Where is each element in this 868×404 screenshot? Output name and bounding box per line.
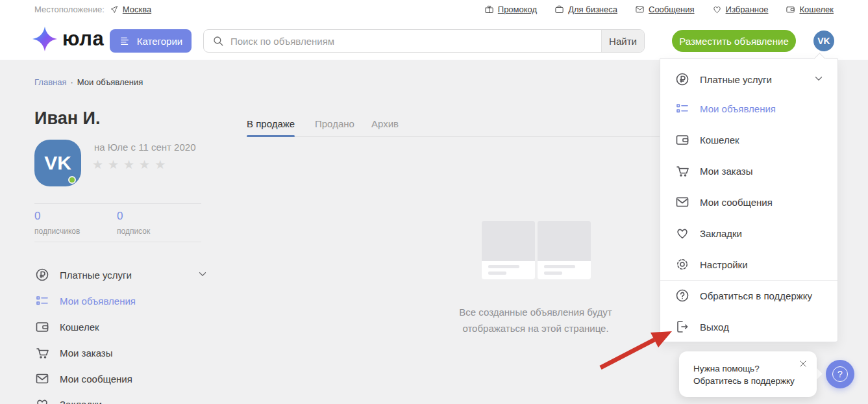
user-avatar[interactable]: VK bbox=[813, 31, 834, 51]
envelope-icon bbox=[34, 371, 50, 386]
help-floating-button[interactable]: ? bbox=[826, 360, 854, 388]
help-line2: Обратитесь в поддержку bbox=[693, 375, 795, 387]
tabs-bottom-border bbox=[247, 136, 660, 137]
categories-button[interactable]: Категории bbox=[110, 29, 192, 53]
search-submit-button[interactable]: Найти bbox=[601, 29, 644, 53]
following-stat[interactable]: 0 подписок bbox=[117, 210, 150, 236]
breadcrumb-separator: · bbox=[70, 77, 73, 87]
for-business-link[interactable]: Для бизнеса bbox=[554, 5, 617, 14]
promo-code-link[interactable]: Промокод bbox=[484, 5, 537, 14]
sidebar-item-bookmarks[interactable]: Закладки bbox=[34, 396, 102, 404]
dropdown-item-support[interactable]: Обратиться в поддержку bbox=[675, 288, 824, 303]
briefcase-icon bbox=[554, 5, 564, 14]
help-line1: Нужна помощь? bbox=[693, 362, 795, 375]
wallet-icon bbox=[34, 319, 50, 335]
dropdown-item-paid-services[interactable]: Платные услуги bbox=[675, 71, 825, 87]
divider bbox=[34, 242, 201, 242]
rating-stars: ★★★★★ bbox=[92, 157, 170, 172]
active-tab-underline bbox=[247, 135, 295, 137]
dropdown-item-logout[interactable]: Выход bbox=[675, 319, 824, 335]
placeholder-card bbox=[482, 221, 535, 279]
search-input[interactable] bbox=[230, 36, 601, 47]
divider bbox=[34, 203, 201, 204]
profile-name: Иван И. bbox=[34, 108, 100, 129]
listings-icon bbox=[675, 101, 690, 116]
sidebar-item-my-listings[interactable]: Мои объявления bbox=[34, 293, 136, 309]
yula-star-icon bbox=[32, 27, 57, 51]
gift-icon bbox=[484, 5, 494, 14]
help-tooltip: Нужна помощь? Обратитесь в поддержку bbox=[679, 351, 817, 397]
tab-archive[interactable]: Архив bbox=[371, 118, 399, 129]
user-dropdown-menu: Платные услуги Мои объявления Кошелек Мо… bbox=[660, 58, 838, 342]
following-count: 0 bbox=[117, 210, 150, 223]
dropdown-item-bookmarks[interactable]: Закладки bbox=[675, 225, 824, 241]
breadcrumb: Главная · Мои объявления bbox=[34, 77, 143, 87]
categories-menu-icon bbox=[119, 36, 130, 46]
question-icon bbox=[675, 288, 690, 303]
member-since: на Юле с 11 сент 2020 bbox=[94, 142, 195, 153]
location-block: Местоположение: Москва bbox=[34, 5, 151, 14]
ruble-icon bbox=[675, 71, 690, 87]
heart-icon bbox=[712, 5, 722, 14]
wallet-icon bbox=[786, 5, 795, 14]
followers-label: подписчиков bbox=[34, 227, 80, 236]
envelope-icon bbox=[675, 194, 690, 210]
dropdown-item-my-messages[interactable]: Мои сообщения bbox=[675, 194, 824, 210]
sidebar-item-wallet[interactable]: Кошелек bbox=[34, 319, 99, 335]
gear-icon bbox=[675, 257, 690, 272]
logo-text: юла bbox=[62, 27, 104, 51]
dropdown-item-settings[interactable]: Настройки bbox=[675, 257, 824, 272]
cart-icon bbox=[675, 163, 690, 179]
placeholder-card bbox=[538, 221, 591, 279]
sidebar-item-my-messages[interactable]: Мои сообщения bbox=[34, 371, 132, 386]
location-pin-icon bbox=[109, 5, 118, 14]
empty-state-text: Все созданные объявления будут отображат… bbox=[425, 304, 646, 336]
dropdown-divider bbox=[660, 280, 837, 281]
wallet-link[interactable]: Кошелек bbox=[786, 5, 834, 14]
dropdown-item-my-listings[interactable]: Мои объявления bbox=[675, 101, 824, 116]
breadcrumb-current: Мои объявления bbox=[77, 77, 143, 87]
followers-stat[interactable]: 0 подписчиков bbox=[34, 210, 80, 236]
listings-icon bbox=[34, 293, 50, 309]
tab-for-sale[interactable]: В продаже bbox=[247, 118, 295, 129]
location-label: Местоположение: bbox=[34, 5, 105, 14]
chevron-down-icon bbox=[197, 268, 208, 282]
logout-icon bbox=[675, 319, 690, 335]
envelope-icon bbox=[635, 5, 645, 14]
search-bar: Найти bbox=[203, 29, 645, 53]
search-icon bbox=[204, 35, 230, 47]
ruble-icon bbox=[34, 267, 50, 283]
sidebar-item-paid-services[interactable]: Платные услуги bbox=[34, 267, 208, 283]
heart-icon bbox=[675, 225, 690, 241]
location-link[interactable]: Москва bbox=[123, 5, 151, 14]
empty-placeholder-cards bbox=[482, 221, 591, 279]
dropdown-item-my-orders[interactable]: Мои заказы bbox=[675, 163, 824, 179]
wallet-icon bbox=[675, 132, 690, 147]
followers-count: 0 bbox=[34, 210, 80, 223]
chevron-down-icon bbox=[813, 73, 825, 86]
following-label: подписок bbox=[117, 227, 150, 236]
favorites-link[interactable]: Избранное bbox=[712, 5, 769, 14]
cart-icon bbox=[34, 345, 50, 360]
tab-sold[interactable]: Продано bbox=[315, 118, 354, 129]
close-icon[interactable] bbox=[799, 359, 808, 368]
online-status-dot bbox=[68, 176, 76, 184]
messages-link[interactable]: Сообщения bbox=[635, 5, 695, 14]
topbar-links: Промокод Для бизнеса Сообщения Избранное… bbox=[484, 5, 834, 14]
dropdown-item-wallet[interactable]: Кошелек bbox=[675, 132, 824, 147]
breadcrumb-home-link[interactable]: Главная bbox=[34, 77, 66, 87]
heart-icon bbox=[34, 396, 50, 404]
post-ad-button[interactable]: Разместить объявление bbox=[672, 30, 796, 52]
question-icon: ? bbox=[832, 366, 848, 382]
sidebar-item-my-orders[interactable]: Мои заказы bbox=[34, 345, 113, 360]
yula-logo[interactable]: юла bbox=[32, 27, 104, 51]
